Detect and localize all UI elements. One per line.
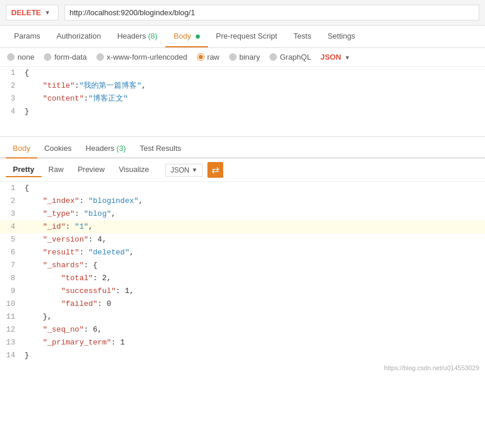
tab-tests[interactable]: Tests (285, 26, 319, 47)
radio-circle-raw (197, 53, 205, 61)
res-line-1: 1 { (0, 182, 485, 195)
radio-urlencoded[interactable]: x-www-form-urlencoded (96, 53, 188, 61)
response-format-select[interactable]: JSON ▼ (165, 164, 203, 177)
radio-circle-form-data (44, 53, 51, 61)
view-toolbar: Pretty Raw Preview Visualize JSON ▼ ⇄ (0, 158, 485, 182)
view-btn-visualize[interactable]: Visualize (112, 163, 156, 177)
res-line-5: 5 "_version": 4, (0, 233, 485, 246)
tab-authorization[interactable]: Authorization (49, 26, 109, 47)
response-body-viewer: 1 { 2 "_index": "blogindex", 3 "_type": … (0, 182, 485, 362)
radio-circle-urlencoded (96, 53, 104, 61)
radio-form-data[interactable]: form-data (44, 53, 87, 61)
view-btn-pretty[interactable]: Pretty (6, 163, 41, 177)
radio-circle-none (7, 53, 15, 61)
format-arrow: ▼ (344, 54, 350, 61)
res-line-9: 9 "successful": 1, (0, 285, 485, 298)
watermark: https://blog.csdn.net/u014553029 (0, 362, 485, 374)
req-line-4: 4 } (0, 105, 485, 118)
body-dot (196, 35, 200, 39)
res-line-10: 10 "failed": 0 (0, 298, 485, 311)
req-line-1: 1 { (0, 67, 485, 80)
response-tab-body[interactable]: Body (6, 139, 37, 158)
response-tab-test-results[interactable]: Test Results (133, 139, 188, 158)
response-nav-tabs: Body Cookies Headers (3) Test Results (0, 139, 485, 158)
format-select[interactable]: JSON ▼ (320, 53, 350, 61)
radio-circle-graphql (269, 53, 277, 61)
tab-headers[interactable]: Headers (8) (109, 26, 166, 47)
body-type-row: none form-data x-www-form-urlencoded raw… (0, 48, 485, 67)
res-line-11: 11 }, (0, 311, 485, 323)
method-dropdown[interactable]: DELETE ▼ (6, 5, 58, 20)
req-line-3: 3 "content":"博客正文" (0, 92, 485, 105)
wrap-button[interactable]: ⇄ (207, 162, 223, 178)
radio-circle-binary (229, 53, 237, 61)
res-line-8: 8 "total": 2, (0, 272, 485, 285)
req-line-2: 2 "title":"我的第一篇博客", (0, 80, 485, 92)
response-tab-headers[interactable]: Headers (3) (79, 139, 133, 158)
tab-body[interactable]: Body (165, 26, 207, 47)
res-line-2: 2 "_index": "blogindex", (0, 195, 485, 208)
res-line-3: 3 "_type": "blog", (0, 208, 485, 220)
top-bar: DELETE ▼ (0, 0, 485, 26)
response-headers-badge: (3) (116, 144, 126, 153)
res-line-12: 12 "_seq_no": 6, (0, 323, 485, 336)
tab-pre-request[interactable]: Pre-request Script (208, 26, 286, 47)
method-label: DELETE (11, 8, 41, 17)
tab-settings[interactable]: Settings (320, 26, 363, 47)
method-arrow: ▼ (44, 9, 50, 16)
res-line-13: 13 "_primary_term": 1 (0, 336, 485, 349)
request-body-editor[interactable]: 1 { 2 "title":"我的第一篇博客", 3 "content":"博客… (0, 67, 485, 137)
url-input[interactable] (64, 5, 479, 20)
headers-badge: (8) (148, 32, 157, 40)
request-nav-tabs: Params Authorization Headers (8) Body Pr… (0, 26, 485, 48)
response-format-arrow: ▼ (192, 167, 198, 173)
view-btn-preview[interactable]: Preview (71, 163, 112, 177)
radio-graphql[interactable]: GraphQL (269, 53, 311, 61)
radio-raw[interactable]: raw (197, 53, 220, 61)
tab-params[interactable]: Params (6, 26, 49, 47)
radio-none[interactable]: none (7, 53, 34, 61)
view-btn-raw[interactable]: Raw (41, 163, 71, 177)
res-line-7: 7 "_shards": { (0, 259, 485, 272)
response-tab-cookies[interactable]: Cookies (37, 139, 79, 158)
radio-binary[interactable]: binary (229, 53, 260, 61)
res-line-14: 14 } (0, 349, 485, 362)
res-line-4: 4 "_id": "1", (0, 220, 485, 233)
res-line-6: 6 "result": "deleted", (0, 246, 485, 259)
